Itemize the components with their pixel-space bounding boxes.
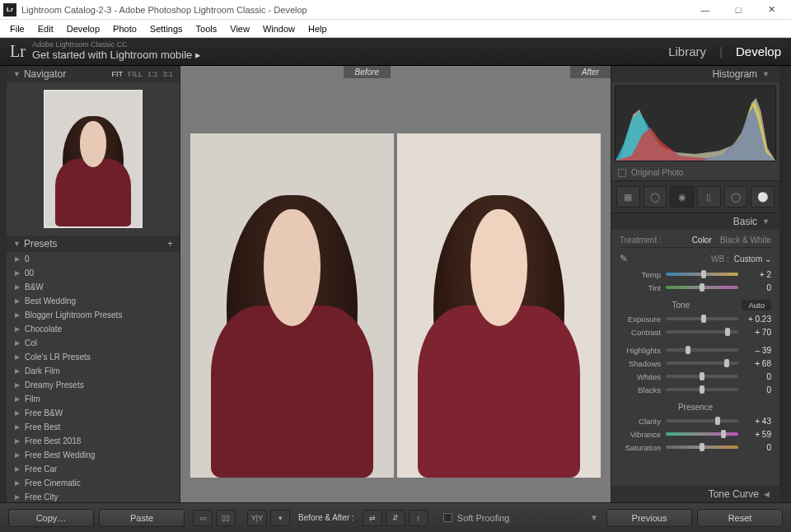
before-image[interactable]: [190, 133, 394, 478]
redeye-tool[interactable]: ◉: [670, 186, 694, 208]
histogram[interactable]: [615, 86, 776, 161]
slider-thumb[interactable]: [700, 385, 704, 394]
slider-value[interactable]: + 2: [743, 270, 771, 279]
slider-track[interactable]: [666, 375, 738, 378]
nav-zoom-fit[interactable]: FIT: [111, 70, 123, 78]
module-develop[interactable]: Develop: [736, 44, 781, 58]
copy-button[interactable]: Copy…: [8, 509, 94, 527]
loupe-view-button[interactable]: ▭: [193, 510, 213, 526]
close-button[interactable]: ✕: [755, 2, 788, 18]
compare-view-button[interactable]: ▯▯: [216, 510, 236, 526]
after-image[interactable]: [397, 133, 601, 478]
navigator-header[interactable]: ▼ Navigator FITFILL1:13:1: [7, 66, 180, 82]
slider-tint[interactable]: Tint0: [620, 281, 771, 294]
preset-folder[interactable]: ▶Free Best: [7, 420, 180, 434]
slider-saturation[interactable]: Saturation0: [620, 441, 771, 454]
slider-value[interactable]: + 68: [743, 359, 771, 368]
menu-tools[interactable]: Tools: [190, 24, 224, 34]
slider-track[interactable]: [666, 317, 738, 320]
eyedropper-icon[interactable]: ✎: [620, 253, 634, 264]
slider-thumb[interactable]: [721, 430, 726, 438]
copy-before-button[interactable]: ⇵: [386, 510, 405, 526]
slider-value[interactable]: + 0.23: [743, 315, 771, 324]
menu-photo[interactable]: Photo: [106, 24, 143, 34]
preset-folder[interactable]: ▶Dreamy Presets: [7, 378, 180, 392]
tone-curve-header[interactable]: Tone Curve ◀: [611, 486, 779, 502]
preset-folder[interactable]: ▶Free Best 2018: [7, 434, 180, 448]
menu-view[interactable]: View: [223, 24, 256, 34]
menu-file[interactable]: File: [3, 24, 31, 34]
slider-track[interactable]: [666, 273, 738, 276]
nav-zoom-1-1[interactable]: 1:1: [147, 70, 158, 78]
slider-thumb[interactable]: [700, 443, 704, 451]
slider-track[interactable]: [666, 362, 738, 365]
preset-folder[interactable]: ▶Best Wedding: [7, 294, 180, 308]
slider-shadows[interactable]: Shadows+ 68: [620, 357, 771, 370]
slider-value[interactable]: 0: [743, 283, 771, 292]
paste-button[interactable]: Paste: [99, 509, 185, 527]
nav-zoom-fill[interactable]: FILL: [128, 70, 143, 78]
module-library[interactable]: Library: [668, 44, 706, 58]
slider-track[interactable]: [666, 330, 738, 334]
slider-vibrance[interactable]: Vibrance+ 59: [620, 427, 771, 441]
previous-button[interactable]: Previous: [606, 509, 692, 527]
original-photo-toggle[interactable]: Original Photo: [611, 165, 779, 180]
slider-thumb[interactable]: [686, 346, 690, 354]
minimize-button[interactable]: —: [689, 2, 722, 18]
menu-help[interactable]: Help: [302, 24, 334, 34]
preset-folder[interactable]: ▶Col: [7, 336, 180, 350]
gradient-tool[interactable]: ▯: [697, 186, 721, 208]
radial-tool[interactable]: ◯: [724, 186, 748, 208]
preset-folder[interactable]: ▶Cole's LR Presets: [7, 350, 180, 364]
menu-settings[interactable]: Settings: [143, 24, 190, 34]
preset-folder[interactable]: ▶B&W: [7, 280, 180, 294]
soft-proofing-toggle[interactable]: Soft Proofing: [443, 513, 510, 523]
maximize-button[interactable]: □: [722, 2, 755, 18]
slider-track[interactable]: [666, 446, 738, 449]
slider-thumb[interactable]: [700, 283, 704, 292]
slider-clarity[interactable]: Clarity+ 43: [620, 414, 771, 427]
ba-view-dropdown[interactable]: ▾: [270, 510, 290, 526]
treatment-color[interactable]: Color: [692, 236, 712, 245]
slider-value[interactable]: + 70: [743, 328, 771, 337]
wb-dropdown[interactable]: Custom ⌄: [734, 254, 771, 264]
spot-tool[interactable]: ◯: [644, 186, 667, 208]
menu-window[interactable]: Window: [256, 24, 302, 34]
reset-button[interactable]: Reset: [697, 509, 783, 527]
toolbar-options-icon[interactable]: ▼: [590, 513, 598, 522]
treatment-bw[interactable]: Black & White: [720, 236, 771, 245]
slider-value[interactable]: 0: [743, 372, 771, 381]
slider-thumb[interactable]: [700, 372, 704, 380]
brush-tool[interactable]: ⚪: [751, 186, 775, 208]
slider-thumb[interactable]: [724, 359, 729, 367]
navigator-preview[interactable]: [7, 82, 180, 236]
slider-value[interactable]: + 43: [743, 417, 771, 426]
auto-tone-button[interactable]: Auto: [742, 300, 771, 310]
slider-track[interactable]: [666, 348, 738, 352]
histogram-header[interactable]: Histogram ▼: [611, 66, 779, 82]
nav-zoom-3-1[interactable]: 3:1: [162, 70, 173, 78]
preset-folder[interactable]: ▶00: [7, 266, 180, 280]
preset-folder[interactable]: ▶Free Best Wedding: [7, 448, 180, 462]
swap-button[interactable]: ⇄: [363, 510, 382, 526]
slider-track[interactable]: [666, 432, 738, 436]
slider-value[interactable]: – 39: [743, 346, 771, 355]
mobile-link[interactable]: Get started with Lightroom mobile ▸: [32, 49, 668, 61]
preset-folder[interactable]: ▶Free B&W: [7, 406, 180, 420]
menu-edit[interactable]: Edit: [31, 24, 60, 34]
preset-folder[interactable]: ▶Blogger Lightroom Presets: [7, 308, 180, 322]
preset-folder[interactable]: ▶Free Cinematic: [7, 476, 180, 490]
crop-tool[interactable]: ▦: [616, 186, 640, 208]
copy-after-button[interactable]: ↕: [409, 510, 428, 526]
slider-whites[interactable]: Whites0: [620, 370, 771, 383]
slider-thumb[interactable]: [725, 328, 730, 336]
slider-highlights[interactable]: Highlights– 39: [620, 343, 771, 357]
preset-folder[interactable]: ▶Film: [7, 392, 180, 406]
slider-track[interactable]: [666, 419, 738, 422]
basic-header[interactable]: Basic ▼: [611, 213, 779, 230]
add-preset-icon[interactable]: +: [167, 238, 173, 250]
slider-temp[interactable]: Temp+ 2: [620, 268, 771, 281]
preset-folder[interactable]: ▶Chocolate: [7, 322, 180, 336]
preset-folder[interactable]: ▶0: [7, 252, 180, 266]
slider-contrast[interactable]: Contrast+ 70: [620, 325, 771, 338]
